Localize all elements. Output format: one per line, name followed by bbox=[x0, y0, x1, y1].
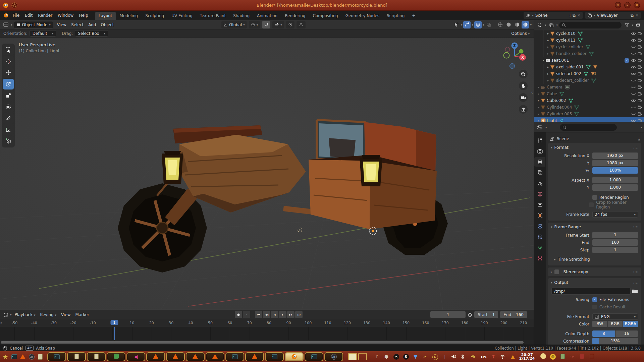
selectability-dropdown[interactable] bbox=[452, 21, 460, 28]
window-minimize-button[interactable]: – bbox=[624, 2, 631, 8]
jump-to-start-button[interactable]: ⏮ bbox=[255, 311, 262, 318]
timeline-scrollbar[interactable] bbox=[0, 340, 534, 345]
play-reverse-button[interactable]: ◂ bbox=[271, 311, 278, 318]
proportional-falloff-icon[interactable] bbox=[297, 21, 306, 28]
task-button-file-1[interactable] bbox=[67, 352, 86, 361]
shading-rendered-icon[interactable] bbox=[522, 21, 529, 28]
window-close-button[interactable]: ✕ bbox=[634, 2, 640, 8]
outliner-row-Cube[interactable]: ▸Cube bbox=[534, 90, 644, 97]
checkbox-crop-to-render-region[interactable] bbox=[589, 202, 594, 207]
playhead[interactable] bbox=[114, 327, 115, 340]
gizmos-toggle[interactable] bbox=[463, 21, 471, 28]
tray-mute-icon[interactable]: ¦ bbox=[441, 354, 448, 359]
tray-usb-icon[interactable] bbox=[471, 354, 477, 359]
workspace-tab-geometry-nodes[interactable]: Geometry Nodes bbox=[342, 12, 383, 20]
current-frame-indicator[interactable]: 1 bbox=[111, 320, 118, 325]
tray-music-icon[interactable]: ♪ bbox=[373, 354, 380, 359]
expand-arrow[interactable]: ▸ bbox=[537, 106, 541, 109]
outliner-filter-icon[interactable] bbox=[623, 21, 630, 29]
snap-toggle[interactable] bbox=[262, 21, 270, 28]
outliner-row-handle_collider[interactable]: ▸handle_collider bbox=[534, 50, 644, 57]
frame-start-field[interactable]: Start1 bbox=[474, 311, 498, 318]
checkbox-cache-result[interactable] bbox=[592, 305, 597, 309]
remove-layer-icon[interactable]: ✕ bbox=[635, 13, 639, 18]
task-button-vlc-10[interactable] bbox=[245, 352, 264, 361]
dropdown-field[interactable]: 24 fps▾ bbox=[592, 211, 638, 218]
properties-tab-constraints[interactable] bbox=[535, 222, 545, 231]
value-field[interactable]: 1.000 bbox=[592, 184, 638, 191]
pin-icon[interactable]: ⤓ bbox=[569, 13, 571, 18]
render-visibility-icon[interactable] bbox=[638, 58, 642, 62]
eye-closed-icon[interactable] bbox=[631, 45, 638, 49]
render-visibility-icon[interactable] bbox=[638, 78, 642, 82]
timeline-ruler[interactable]: -50-40-30-20-100102030405060708090100110… bbox=[0, 319, 534, 327]
task-button-vlc-6[interactable] bbox=[166, 352, 185, 361]
perspective-toggle-icon[interactable] bbox=[519, 105, 528, 114]
viewport-menu-view[interactable]: View bbox=[55, 21, 69, 28]
properties-tab-physics[interactable] bbox=[535, 232, 545, 242]
workspace-tab-scripting[interactable]: Scripting bbox=[383, 12, 408, 20]
panel-checkbox[interactable] bbox=[554, 269, 559, 274]
navigation-gizmo[interactable]: Z X bbox=[500, 40, 529, 71]
expand-arrow[interactable]: ▸ bbox=[546, 32, 550, 35]
taskbar-clock[interactable]: 20:27 2/17/24 bbox=[519, 353, 535, 361]
tray-wifi-icon[interactable] bbox=[500, 355, 506, 359]
eye-open-icon[interactable] bbox=[631, 99, 638, 103]
menu-render[interactable]: Render bbox=[35, 12, 55, 19]
outliner-row-seat.001[interactable]: ▾seat.001✓ bbox=[534, 57, 644, 64]
drag-dropdown[interactable]: Select Box▾ bbox=[75, 30, 108, 37]
timeline-expand-arrow[interactable]: ▸ bbox=[1, 321, 2, 324]
tool-transform[interactable] bbox=[3, 102, 14, 112]
tray-book-icon[interactable] bbox=[579, 354, 585, 360]
viewport-menu-add[interactable]: Add bbox=[86, 21, 98, 28]
next-keyframe-button[interactable]: ▸▸ bbox=[287, 311, 294, 318]
task-button-terminal-13[interactable]: >_ bbox=[305, 352, 323, 361]
task-button-vlc-5[interactable] bbox=[146, 352, 165, 361]
eye-open-icon[interactable] bbox=[631, 65, 638, 69]
expand-arrow[interactable]: ▸ bbox=[546, 79, 550, 82]
properties-tab-tool[interactable] bbox=[535, 136, 545, 145]
task-button-file-2[interactable] bbox=[87, 352, 106, 361]
menu-window[interactable]: Window bbox=[55, 12, 76, 19]
output-path-field[interactable]: /tmp/ bbox=[551, 288, 631, 295]
blender-menu-icon[interactable] bbox=[3, 13, 9, 18]
render-visibility-icon[interactable] bbox=[638, 72, 642, 76]
value-field[interactable]: 160 bbox=[592, 239, 638, 246]
folder-icon[interactable] bbox=[632, 289, 638, 294]
menu-edit[interactable]: Edit bbox=[22, 12, 35, 19]
pager-workspace-2[interactable] bbox=[358, 353, 367, 360]
menu-help[interactable]: Help bbox=[76, 12, 91, 19]
viewport-3d[interactable]: User Perspective (1) Collection | Light … bbox=[0, 38, 534, 310]
slider-compression[interactable]: 15% bbox=[592, 338, 638, 344]
segment-option-rgb[interactable]: RGB bbox=[608, 321, 623, 327]
outliner-row-Camera[interactable]: ▸Camera bbox=[534, 84, 644, 90]
proportional-editing-toggle[interactable] bbox=[286, 21, 294, 28]
pin-id-icon[interactable]: ⤓ bbox=[638, 136, 641, 141]
render-visibility-icon[interactable] bbox=[638, 32, 642, 36]
segment-option-bw[interactable]: BW bbox=[592, 321, 607, 327]
properties-tab-world[interactable] bbox=[535, 189, 545, 199]
expand-arrow[interactable]: ▸ bbox=[546, 45, 550, 49]
render-visibility-icon[interactable] bbox=[638, 85, 642, 89]
segment-option-rgba[interactable]: RGBA bbox=[623, 321, 638, 327]
workspace-tab-uv-editing[interactable]: UV Editing bbox=[168, 12, 196, 20]
workspace-tab-shading[interactable]: Shading bbox=[229, 12, 253, 20]
tray-update-icon[interactable]: ▲ bbox=[509, 354, 516, 360]
render-visibility-icon[interactable] bbox=[638, 105, 642, 109]
workspace-tab-sculpting[interactable]: Sculpting bbox=[142, 12, 168, 20]
scene-selector[interactable]: ▾ Scene ⤓ ⧉ ✕ bbox=[524, 12, 582, 19]
tool-add-cube[interactable] bbox=[3, 136, 14, 146]
overlays-toggle[interactable] bbox=[474, 21, 482, 28]
frame-end-field[interactable]: End160 bbox=[500, 311, 527, 318]
tray-emoji-icon[interactable]: ☺ bbox=[549, 354, 556, 360]
tray-pepper-icon[interactable]: ❢ bbox=[490, 354, 497, 359]
outliner-row-axel_side.001[interactable]: ▸axel_side.001 bbox=[534, 64, 644, 70]
eye-open-icon[interactable] bbox=[631, 59, 638, 62]
outliner-row-Cylinder.005[interactable]: ▸Cylinder.005 bbox=[534, 111, 644, 117]
subpanel-time-stretching[interactable]: ▸Time Stretching bbox=[548, 256, 641, 263]
tray-nut-icon[interactable]: ⬢ bbox=[383, 354, 390, 359]
eye-open-icon[interactable] bbox=[631, 32, 638, 36]
workspace-tab-rendering[interactable]: Rendering bbox=[281, 12, 309, 20]
expand-arrow[interactable]: ▸ bbox=[546, 52, 550, 55]
new-collection-icon[interactable] bbox=[635, 21, 642, 29]
